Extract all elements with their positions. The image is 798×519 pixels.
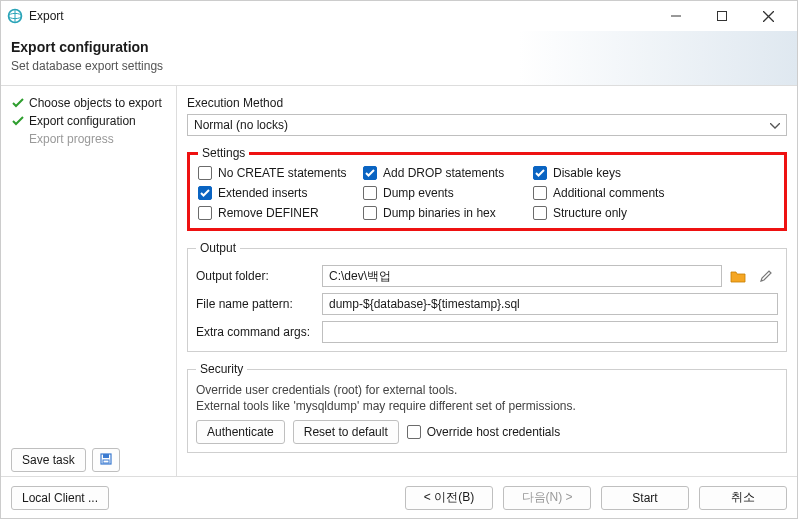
- chk-label: Disable keys: [553, 166, 621, 180]
- step-label: Export progress: [29, 132, 114, 146]
- svg-rect-4: [103, 454, 109, 458]
- step-export-progress[interactable]: Export progress: [5, 130, 172, 148]
- output-folder-label: Output folder:: [196, 269, 316, 283]
- minimize-button[interactable]: [653, 1, 699, 31]
- svg-rect-5: [103, 460, 109, 463]
- security-note-2: External tools like 'mysqldump' may requ…: [196, 398, 778, 414]
- next-button[interactable]: 다음(N) >: [503, 486, 591, 510]
- chk-additional-comments[interactable]: Additional comments: [533, 186, 693, 200]
- chk-label: No CREATE statements: [218, 166, 346, 180]
- chk-label: Override host credentials: [427, 425, 560, 439]
- svg-rect-2: [718, 12, 727, 21]
- chk-override-host-credentials[interactable]: Override host credentials: [407, 425, 560, 439]
- empty-icon: [11, 132, 25, 146]
- local-client-button[interactable]: Local Client ...: [11, 486, 109, 510]
- chk-label: Additional comments: [553, 186, 664, 200]
- chk-extended-inserts[interactable]: Extended inserts: [198, 186, 353, 200]
- chk-label: Remove DEFINER: [218, 206, 319, 220]
- security-note-1: Override user credentials (root) for ext…: [196, 382, 778, 398]
- app-icon: [7, 8, 23, 24]
- security-group: Security Override user credentials (root…: [187, 362, 787, 453]
- settings-legend: Settings: [198, 146, 249, 160]
- execution-method-select[interactable]: Normal (no locks): [187, 114, 787, 136]
- page-subtitle: Set database export settings: [11, 59, 787, 73]
- edit-path-button[interactable]: [756, 266, 776, 286]
- reset-default-button[interactable]: Reset to default: [293, 420, 399, 444]
- wizard-steps: Choose objects to export Export configur…: [1, 86, 177, 476]
- chk-remove-definer[interactable]: Remove DEFINER: [198, 206, 353, 220]
- cancel-button[interactable]: 취소: [699, 486, 787, 510]
- browse-folder-button[interactable]: [728, 266, 748, 286]
- chk-dump-events[interactable]: Dump events: [363, 186, 523, 200]
- save-task-button[interactable]: Save task: [11, 448, 86, 472]
- chk-label: Add DROP statements: [383, 166, 504, 180]
- security-legend: Security: [196, 362, 247, 376]
- maximize-button[interactable]: [699, 1, 745, 31]
- file-pattern-input[interactable]: dump-${database}-${timestamp}.sql: [322, 293, 778, 315]
- output-group: Output Output folder: C:\dev\백업 File nam…: [187, 241, 787, 352]
- chk-no-create[interactable]: No CREATE statements: [198, 166, 353, 180]
- chk-label: Dump events: [383, 186, 454, 200]
- settings-group: Settings No CREATE statements Add DROP s…: [187, 146, 787, 231]
- chk-label: Dump binaries in hex: [383, 206, 496, 220]
- start-button[interactable]: Start: [601, 486, 689, 510]
- chk-dump-binaries-hex[interactable]: Dump binaries in hex: [363, 206, 523, 220]
- step-export-configuration[interactable]: Export configuration: [5, 112, 172, 130]
- titlebar: Export: [1, 1, 797, 31]
- step-choose-objects[interactable]: Choose objects to export: [5, 94, 172, 112]
- chk-add-drop[interactable]: Add DROP statements: [363, 166, 523, 180]
- chk-label: Structure only: [553, 206, 627, 220]
- footer: Local Client ... < 이전(B) 다음(N) > Start 취…: [1, 476, 797, 518]
- back-button[interactable]: < 이전(B): [405, 486, 493, 510]
- chk-label: Extended inserts: [218, 186, 307, 200]
- output-legend: Output: [196, 241, 240, 255]
- output-folder-input[interactable]: C:\dev\백업: [322, 265, 722, 287]
- close-button[interactable]: [745, 1, 791, 31]
- check-icon: [11, 114, 25, 128]
- chk-structure-only[interactable]: Structure only: [533, 206, 693, 220]
- execution-method-label: Execution Method: [187, 96, 787, 110]
- chevron-down-icon: [770, 118, 780, 132]
- step-label: Choose objects to export: [29, 96, 162, 110]
- window-title: Export: [29, 9, 64, 23]
- authenticate-button[interactable]: Authenticate: [196, 420, 285, 444]
- chk-disable-keys[interactable]: Disable keys: [533, 166, 693, 180]
- check-icon: [11, 96, 25, 110]
- save-icon: [99, 452, 113, 469]
- header: Export configuration Set database export…: [1, 31, 797, 86]
- step-label: Export configuration: [29, 114, 136, 128]
- select-value: Normal (no locks): [194, 118, 288, 132]
- save-task-menu-button[interactable]: [92, 448, 120, 472]
- extra-args-input[interactable]: [322, 321, 778, 343]
- extra-args-label: Extra command args:: [196, 325, 316, 339]
- page-title: Export configuration: [11, 39, 787, 55]
- file-pattern-label: File name pattern:: [196, 297, 316, 311]
